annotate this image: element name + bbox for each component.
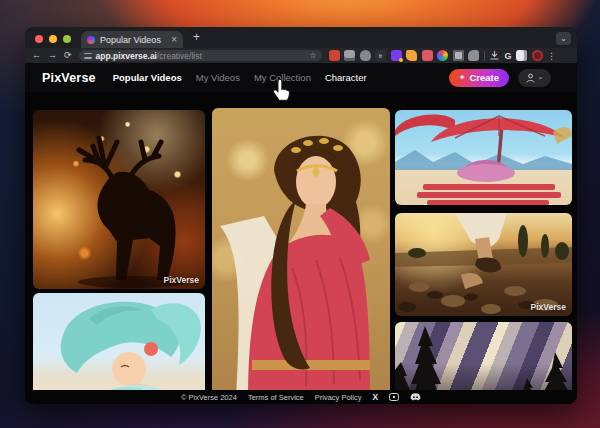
cloud-extension-icon[interactable]: [360, 50, 371, 61]
fullscreen-window-button[interactable]: [63, 35, 71, 43]
video-thumbnail-anime-girl[interactable]: [33, 293, 205, 404]
pine-silhouettes: [395, 322, 572, 397]
browser-toolbar: ← → ⟳ app.pixverse.ai/creative/list ☆ fr…: [25, 48, 577, 63]
site-footer: © PixVerse 2024 Terms of Service Privacy…: [25, 390, 577, 404]
minimize-window-button[interactable]: [49, 35, 57, 43]
sparkle-icon: ✦: [459, 73, 466, 82]
forward-icon[interactable]: →: [48, 51, 57, 60]
tab-search-button[interactable]: ⌄: [556, 32, 571, 45]
browser-window: Popular Videos × + ⌄ ← → ⟳ app.pixverse.…: [25, 27, 577, 404]
beach-art: [395, 110, 572, 205]
video-thumbnail-barefoot-path[interactable]: PixVerse: [395, 213, 572, 316]
user-menu-button[interactable]: ⌄: [518, 69, 551, 87]
site-navbar: PixVerse Popular Videos My Videos My Col…: [25, 63, 577, 92]
google-icon[interactable]: G: [505, 51, 512, 61]
window-controls[interactable]: [35, 35, 71, 43]
greek-goddess-art: [212, 108, 390, 398]
back-icon[interactable]: ←: [32, 51, 41, 60]
site-settings-icon[interactable]: [84, 53, 92, 59]
bookmark-star-icon[interactable]: ☆: [309, 51, 316, 60]
dirt-path-art: [395, 213, 572, 316]
discord-icon[interactable]: [410, 393, 421, 401]
pixverse-watermark: PixVerse: [531, 302, 566, 312]
orange-extension-icon[interactable]: [406, 50, 417, 61]
browser-menu-icon[interactable]: ⋮: [547, 51, 556, 61]
privacy-link[interactable]: Privacy Policy: [315, 393, 362, 402]
red-circle-extension-icon[interactable]: [532, 50, 543, 61]
photo-extension-icon[interactable]: [422, 50, 433, 61]
tab-character[interactable]: Character: [325, 72, 367, 83]
tab-my-collection[interactable]: My Collection: [254, 72, 311, 83]
create-button[interactable]: ✦ Create: [449, 69, 509, 87]
tab-popular-videos[interactable]: Popular Videos: [113, 72, 182, 83]
tab-close-icon[interactable]: ×: [171, 35, 177, 45]
download-icon[interactable]: [489, 50, 500, 61]
terms-link[interactable]: Terms of Service: [248, 393, 304, 402]
fr-extension-icon[interactable]: fr: [375, 50, 386, 61]
red-extension-icon[interactable]: [329, 50, 340, 61]
puzzle-extension-icon[interactable]: [468, 50, 479, 61]
chevron-down-icon: ⌄: [538, 73, 544, 80]
video-thumbnail-beach-umbrella[interactable]: [395, 110, 572, 205]
url-text[interactable]: app.pixverse.ai/creative/list: [96, 51, 202, 61]
purple-extension-icon[interactable]: [391, 50, 402, 61]
close-window-button[interactable]: [35, 35, 43, 43]
moose-silhouette: [33, 110, 205, 289]
screen-extension-icon[interactable]: [344, 50, 355, 61]
color-wheel-extension-icon[interactable]: [437, 50, 448, 61]
create-button-label: Create: [469, 72, 499, 83]
tab-my-videos[interactable]: My Videos: [196, 72, 240, 83]
tab-strip: Popular Videos × + ⌄: [25, 27, 577, 48]
x-icon[interactable]: X: [372, 392, 378, 402]
pixverse-watermark: PixVerse: [164, 275, 199, 285]
copyright-text: © PixVerse 2024: [181, 393, 237, 402]
pixverse-logo[interactable]: PixVerse: [42, 71, 96, 85]
person-icon: [526, 73, 535, 83]
video-thumbnail-moose-fire[interactable]: PixVerse: [33, 110, 205, 289]
reader-extension-icon[interactable]: [516, 50, 527, 61]
nav-right-actions: ✦ Create ⌄: [449, 69, 551, 87]
new-tab-button[interactable]: +: [193, 30, 200, 44]
video-thumbnail-greek-goddess[interactable]: [212, 108, 390, 398]
video-icon[interactable]: [389, 393, 399, 401]
anime-girl-art: [33, 293, 205, 404]
site-nav-tabs: Popular Videos My Videos My Collection C…: [113, 72, 367, 83]
toolbar-divider: [484, 51, 485, 61]
tab-title: Popular Videos: [100, 35, 166, 45]
pixverse-favicon-icon: [87, 36, 95, 44]
address-bar[interactable]: app.pixverse.ai/creative/list ☆: [79, 50, 322, 61]
frame-extension-icon[interactable]: [453, 50, 464, 61]
pixverse-page: PixVerse Popular Videos My Videos My Col…: [25, 63, 577, 404]
browser-tab[interactable]: Popular Videos ×: [81, 31, 183, 48]
reload-icon[interactable]: ⟳: [64, 51, 72, 60]
extensions-row: fr G ⋮: [329, 50, 557, 61]
video-thumbnail-aurora-pines[interactable]: [395, 322, 572, 397]
